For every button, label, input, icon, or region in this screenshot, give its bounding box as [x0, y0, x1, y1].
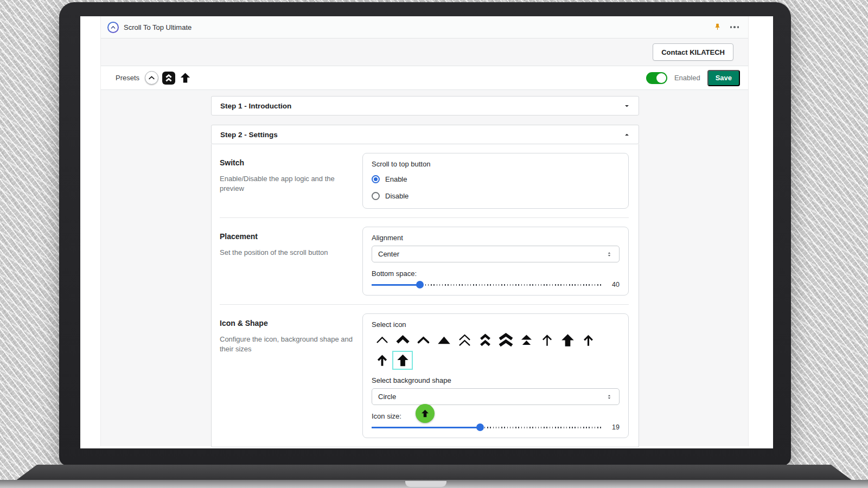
background-shape-select[interactable]: Circle	[372, 388, 620, 405]
section-icon-shape: Icon & Shape Configure the icon, backgro…	[212, 305, 639, 447]
section-description: Set the position of the scroll button	[220, 248, 353, 258]
icon-size-value: 19	[608, 423, 620, 431]
icon-option-triangle-up-solid[interactable]	[433, 331, 454, 350]
preset-solid-arrow-up[interactable]	[179, 72, 192, 84]
laptop-base	[15, 465, 853, 481]
alignment-label: Alignment	[372, 234, 620, 242]
radio-unselected-icon[interactable]	[372, 192, 380, 200]
icon-option-double-chevron-up-bold[interactable]	[475, 331, 495, 350]
laptop-lid-notch	[405, 481, 446, 487]
select-icon-label: Select icon	[372, 320, 620, 329]
chevron-up-icon	[624, 132, 630, 138]
alignment-select[interactable]: Center	[372, 246, 620, 262]
presets-label: Presets	[116, 74, 139, 82]
more-options-icon[interactable]	[730, 26, 739, 28]
radio-option-enable[interactable]: Enable	[372, 173, 620, 185]
arrow-up-block-icon	[560, 333, 575, 348]
alignment-value: Center	[378, 250, 399, 258]
app-logo-chevron-icon	[107, 22, 119, 33]
accordion-step2-label: Step 2 - Settings	[220, 131, 278, 139]
double-chevron-up-bold-icon	[164, 74, 173, 82]
icon-option-arrow-up-medium[interactable]	[578, 331, 598, 350]
section-switch: Switch Enable/Disable the app logic and …	[212, 144, 639, 217]
icon-option-chevron-up-thin[interactable]	[372, 331, 392, 350]
triangle-up-solid-icon	[437, 333, 451, 348]
enabled-label: Enabled	[674, 74, 700, 82]
accordion-step2[interactable]: Step 2 - Settings	[211, 125, 639, 144]
radio-selected-icon[interactable]	[372, 175, 380, 183]
section-description: Configure the icon, background shape and…	[220, 335, 353, 354]
icon-option-double-chevron-up-wide[interactable]	[495, 331, 516, 350]
double-triangle-up-icon	[519, 333, 534, 348]
arrow-up-solid-icon	[179, 72, 192, 84]
main-content: Step 1 - Introduction Step 2 - Settings …	[101, 90, 748, 447]
arrow-up-thin-icon	[540, 333, 554, 348]
enabled-toggle[interactable]	[646, 72, 667, 84]
section-placement: Placement Set the position of the scroll…	[212, 218, 639, 304]
presets-bar: Presets Enabled Save	[101, 66, 748, 90]
icon-size-label: Icon size:	[372, 412, 620, 420]
bottom-space-label: Bottom space:	[372, 269, 620, 278]
icon-option-arrow-up-thin[interactable]	[537, 331, 557, 350]
background-shape-label: Select background shape	[372, 376, 620, 384]
section-description: Enable/Disable the app logic and the pre…	[220, 174, 342, 194]
background-shape-value: Circle	[378, 393, 396, 401]
select-stepper-icon	[605, 393, 613, 401]
icon-option-arrow-up-solid[interactable]	[392, 351, 413, 370]
icon-option-double-triangle-up[interactable]	[516, 331, 537, 350]
icon-grid	[372, 331, 601, 371]
accordion-step1-label: Step 1 - Introduction	[220, 102, 291, 110]
double-chevron-up-thin-icon	[457, 333, 472, 348]
chevron-up-medium-icon	[416, 333, 431, 348]
arrow-up-solid-icon	[420, 409, 430, 418]
radio-group: EnableDisable	[372, 173, 620, 202]
app-header: Scroll To Top Ultimate	[101, 16, 748, 38]
chevron-up-medium-icon	[148, 74, 155, 81]
app-window: Scroll To Top Ultimate Contact KILATECH …	[100, 16, 749, 446]
radio-option-disable[interactable]: Disable	[372, 190, 620, 202]
screen-content: Scroll To Top Ultimate Contact KILATECH …	[80, 16, 773, 448]
section-title: Placement	[220, 232, 353, 241]
scroll-to-top-group-label: Scroll to top button	[372, 160, 620, 168]
chevron-down-icon	[624, 103, 630, 109]
arrow-up-solid-icon	[395, 353, 410, 368]
preset-square-double-chevron-up[interactable]	[162, 72, 175, 85]
save-button[interactable]: Save	[707, 70, 740, 86]
icon-option-chevron-up-bold[interactable]	[392, 331, 413, 350]
chevron-up-thin-icon	[375, 333, 390, 348]
icon-option-arrow-up-block[interactable]	[557, 331, 578, 350]
contact-kilatech-button[interactable]: Contact KILATECH	[653, 43, 733, 61]
section-title: Switch	[220, 158, 353, 167]
bottom-space-slider[interactable]	[372, 281, 603, 288]
preset-buttons	[145, 71, 192, 85]
double-chevron-up-bold-icon	[478, 333, 493, 348]
icon-size-slider[interactable]	[372, 423, 603, 431]
subheader: Contact KILATECH	[101, 38, 748, 66]
section-title: Icon & Shape	[220, 319, 353, 328]
icon-option-arrow-up-bold[interactable]	[372, 351, 392, 370]
bottom-space-value: 40	[608, 281, 620, 288]
preset-circle-chevron-up[interactable]	[145, 71, 158, 85]
scroll-button-preview[interactable]	[416, 404, 435, 423]
accordion-step1[interactable]: Step 1 - Introduction	[211, 96, 639, 115]
icon-option-double-chevron-up-thin[interactable]	[454, 331, 475, 350]
select-stepper-icon	[605, 251, 613, 258]
pin-icon[interactable]	[713, 23, 722, 31]
arrow-up-medium-icon	[581, 333, 596, 348]
chevron-up-bold-icon	[395, 333, 410, 348]
double-chevron-up-wide-icon	[499, 333, 513, 348]
icon-option-chevron-up-medium[interactable]	[413, 331, 433, 350]
arrow-up-bold-icon	[375, 353, 390, 368]
page-title: Scroll To Top Ultimate	[124, 23, 192, 31]
accordion-step2-body: Switch Enable/Disable the app logic and …	[211, 144, 639, 447]
